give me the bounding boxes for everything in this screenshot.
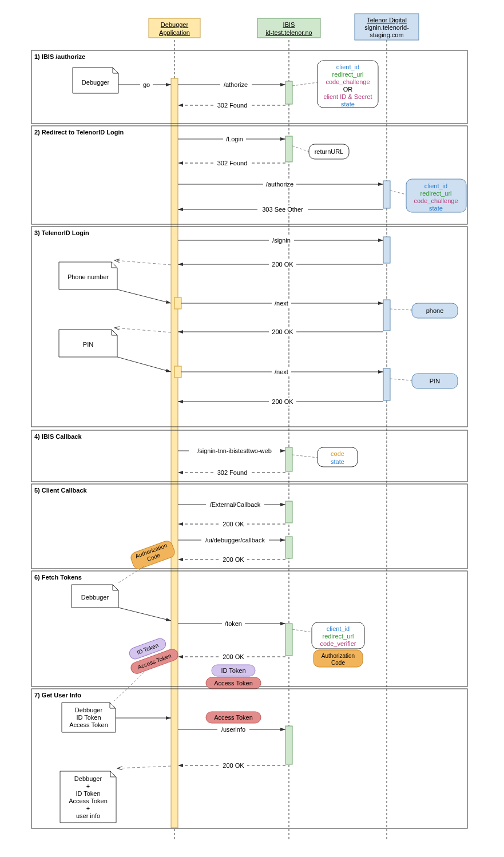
section-5-frame: 5) Client Callback: [31, 484, 467, 569]
svg-text:200 OK: 200 OK: [272, 261, 293, 268]
section-4-title: 4) IBIS Callback: [34, 433, 82, 440]
section-3-frame: 3) TelenorID Login: [31, 227, 467, 427]
lifeline-activation-debugger: [171, 78, 178, 828]
p-debugger-t1: Debugger: [161, 21, 189, 28]
svg-text:Phone number: Phone number: [68, 273, 109, 280]
svg-rect-56: [174, 366, 181, 378]
note-phone: Phone number: [59, 262, 117, 289]
msg-go-label: go: [143, 81, 150, 88]
svg-text:303 See Other: 303 See Other: [262, 206, 303, 213]
svg-text:Debbuger: Debbuger: [75, 707, 103, 713]
params-returnurl: returnURL: [292, 144, 349, 159]
svg-text:Access Token: Access Token: [69, 798, 108, 804]
svg-text:Access Token: Access Token: [69, 721, 108, 728]
svg-line-59: [390, 379, 412, 380]
badge-accesstoken-center: Access Token: [206, 677, 261, 689]
badge-accesstoken-7: Access Token: [206, 712, 261, 723]
svg-text:Debugger: Debugger: [82, 79, 110, 86]
activation-ibis-2: [285, 136, 292, 162]
svg-text:+: +: [86, 783, 90, 789]
svg-text:Authorization: Authorization: [322, 653, 355, 659]
svg-text:client_id: client_id: [424, 182, 447, 189]
svg-text:ID Token: ID Token: [76, 790, 100, 797]
params-pin: PIN: [390, 374, 458, 388]
svg-text:redirect_url: redirect_url: [420, 190, 451, 197]
svg-text:200 OK: 200 OK: [223, 556, 244, 563]
note-debbuger-7a: Debbuger ID Token Access Token: [62, 703, 116, 732]
svg-text:/signin: /signin: [272, 237, 291, 244]
svg-text:/next: /next: [275, 368, 288, 375]
svg-text:client ID & Secret: client ID & Secret: [324, 93, 372, 100]
activation-telenor-2: [383, 237, 390, 263]
svg-line-88: [118, 608, 171, 621]
svg-text:ID Token: ID Token: [221, 667, 245, 674]
p-telenor-t2: signin.telenorid-: [364, 24, 409, 31]
activation-ibis-5b: [285, 537, 292, 558]
svg-text:200 OK: 200 OK: [272, 398, 293, 405]
section-5-title: 5) Client Callback: [34, 487, 88, 494]
badge-idtoken-center: ID Token: [212, 665, 255, 676]
note-debugger: Debugger: [73, 68, 118, 93]
svg-text:PIN: PIN: [83, 341, 93, 348]
svg-text:/External/Callback: /External/Callback: [210, 501, 261, 508]
params-token: client_id redirect_url code_verifier: [292, 622, 364, 649]
p-ibis-t1: IBIS: [283, 21, 295, 28]
msg-authorize-label: /athorize: [224, 81, 248, 88]
section-2-title: 2) Redirect to TelenorID Login: [34, 129, 124, 136]
svg-text:/token: /token: [225, 620, 242, 627]
svg-text:redirect_url: redirect_url: [322, 633, 354, 640]
badge-authcode2: Authorization Code: [313, 650, 363, 667]
svg-text:200 OK: 200 OK: [223, 762, 244, 769]
svg-text:200 OK: 200 OK: [223, 653, 244, 660]
svg-text:ID Token: ID Token: [76, 714, 101, 721]
svg-text:redirect_url: redirect_url: [332, 71, 363, 78]
activation-ibis-7: [285, 726, 292, 764]
section-6-title: 6) Fetch Tokens: [34, 574, 82, 581]
svg-text:phone: phone: [426, 307, 444, 314]
svg-text:302 Found: 302 Found: [217, 160, 248, 166]
svg-text:state: state: [429, 205, 443, 212]
activation-telenor-3: [383, 300, 390, 331]
svg-line-44: [117, 289, 171, 303]
svg-line-42: [114, 260, 171, 265]
svg-text:client_id: client_id: [327, 625, 350, 632]
params-authorize2: client_id redirect_url code_challenge st…: [390, 179, 466, 212]
svg-line-55: [117, 357, 171, 372]
svg-line-121: [117, 766, 171, 768]
section-7-title: 7) Get User Info: [34, 692, 81, 699]
params-cb: code state: [292, 447, 358, 467]
svg-line-91: [292, 629, 312, 632]
activation-ibis-5a: [285, 501, 292, 523]
svg-rect-45: [174, 297, 181, 309]
svg-text:Debbuger: Debbuger: [81, 594, 109, 601]
svg-line-53: [114, 328, 171, 332]
activation-ibis-6: [285, 624, 292, 656]
svg-text:/signin-tnn-ibistesttwo-web: /signin-tnn-ibistesttwo-web: [197, 447, 272, 454]
svg-text:302 Found: 302 Found: [217, 469, 248, 476]
svg-text:OR: OR: [343, 86, 353, 93]
note-debbuger: Debbuger: [72, 585, 118, 608]
svg-text:Code: Code: [331, 660, 345, 666]
svg-line-29: [390, 191, 406, 195]
note-debbuger-7b: Debbuger + ID Token Access Token + user …: [60, 771, 116, 823]
svg-text:Access Token: Access Token: [214, 714, 253, 721]
svg-rect-37: [31, 227, 467, 427]
svg-text:Access Token: Access Token: [214, 680, 253, 687]
svg-text:returnURL: returnURL: [315, 148, 344, 155]
svg-text:/next: /next: [275, 300, 288, 307]
p-debugger-t2: Application: [159, 29, 190, 36]
svg-text:client_id: client_id: [336, 64, 359, 70]
msg-302-1-label: 302 Found: [217, 102, 248, 109]
svg-text:user info: user info: [76, 812, 100, 819]
sequence-diagram: Debugger Application IBIS id-test.teleno…: [0, 0, 504, 857]
p-telenor-t3: staging.com: [370, 31, 403, 38]
activation-telenor-1: [383, 181, 390, 208]
svg-text:state: state: [341, 101, 355, 108]
svg-text:/ui/debugger/callback: /ui/debugger/callback: [205, 537, 265, 543]
svg-text:code: code: [331, 450, 344, 457]
svg-text:200 OK: 200 OK: [272, 328, 293, 335]
svg-line-22: [292, 146, 309, 152]
params-phone: phone: [390, 303, 458, 318]
svg-text:state: state: [331, 458, 344, 465]
svg-text:200 OK: 200 OK: [223, 521, 244, 527]
